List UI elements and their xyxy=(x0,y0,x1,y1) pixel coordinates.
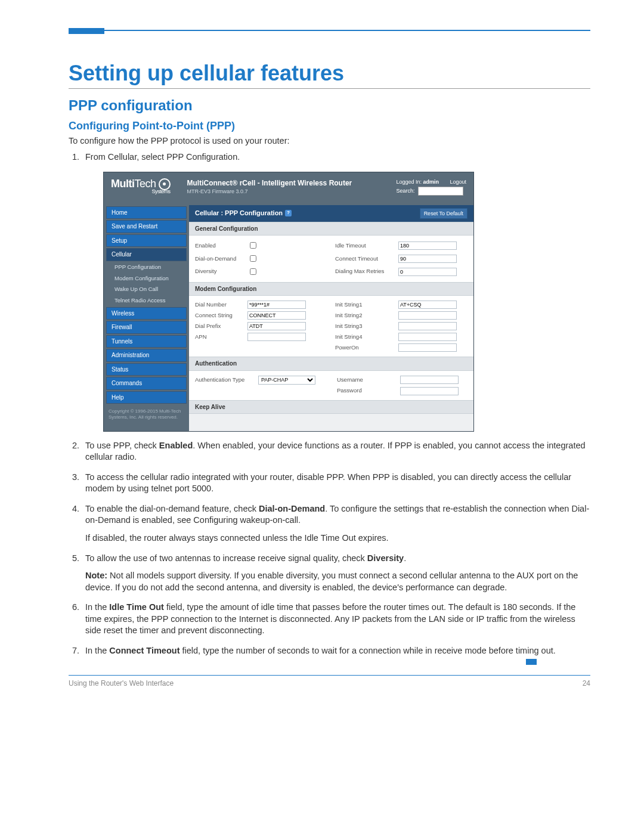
product-title: MultiConnect® rCell - Intelligent Wirele… xyxy=(187,178,352,195)
nav-tunnels[interactable]: Tunnels xyxy=(106,335,187,348)
username-input[interactable] xyxy=(400,376,459,384)
login-block: Logged In: admin Logout Search: xyxy=(396,178,466,196)
heading-2: PPP configuration xyxy=(69,97,590,114)
heading-1: Setting up cellular features xyxy=(69,61,590,89)
section-keepalive: Keep Alive xyxy=(189,400,473,414)
poweron-input[interactable] xyxy=(398,343,457,352)
nav-setup[interactable]: Setup xyxy=(106,234,187,247)
reset-to-default-button[interactable]: Reset To Default xyxy=(420,208,467,219)
label-init4: Init String4 xyxy=(335,333,395,341)
connect-timeout-input[interactable] xyxy=(398,255,457,263)
nav-status[interactable]: Status xyxy=(106,363,187,376)
step-7: In the Connect Timeout field, type the n… xyxy=(82,645,590,657)
nav-administration[interactable]: Administration xyxy=(106,349,187,362)
max-retries-input[interactable] xyxy=(398,268,457,276)
enabled-checkbox[interactable] xyxy=(250,242,256,249)
section-general: General Configuration xyxy=(189,222,473,236)
label-max-retries: Dialing Max Retries xyxy=(335,268,395,275)
section-auth: Authentication xyxy=(189,357,473,371)
step-5: To allow the use of two antennas to incr… xyxy=(82,553,590,594)
nav-wireless[interactable]: Wireless xyxy=(106,307,187,320)
step-3: To access the cellular radio integrated … xyxy=(82,472,590,495)
nav-ppp-config[interactable]: PPP Configuration xyxy=(106,262,187,272)
sidebar: Home Save and Restart Setup Cellular PPP… xyxy=(104,205,189,431)
section-modem: Modem Configuration xyxy=(189,282,473,296)
label-dial-number: Dial Number xyxy=(195,301,244,309)
init3-input[interactable] xyxy=(398,322,457,330)
intro-text: To configure how the PPP protocol is use… xyxy=(69,136,590,145)
label-enabled: Enabled xyxy=(195,242,244,250)
step-1-text: From Cellular, select PPP Configuration. xyxy=(85,152,240,162)
step-4: To enable the dial-on-demand feature, ch… xyxy=(82,503,590,544)
logout-link[interactable]: Logout xyxy=(450,179,466,185)
label-auth-type: Authentication Type xyxy=(195,376,255,384)
apn-input[interactable] xyxy=(247,333,306,341)
footer-left: Using the Router's Web Interface xyxy=(69,679,174,688)
label-username: Username xyxy=(337,376,397,384)
help-icon[interactable]: ? xyxy=(285,210,292,216)
label-init3: Init String3 xyxy=(335,323,395,330)
dial-prefix-input[interactable] xyxy=(247,322,306,330)
dial-number-input[interactable] xyxy=(247,301,306,309)
footer: Using the Router's Web Interface 24 xyxy=(69,675,590,688)
page-number: 24 xyxy=(583,679,590,688)
step-6: In the Idle Time Out field, type the amo… xyxy=(82,602,590,637)
nav-telnet-radio[interactable]: Telnet Radio Access xyxy=(106,296,187,306)
main-panel: Cellular : PPP Configuration ? Reset To … xyxy=(189,205,473,431)
label-password: Password xyxy=(337,387,397,395)
nav-firewall[interactable]: Firewall xyxy=(106,321,187,334)
screenshot-router-ui: MultiTech Systems MultiConnect® rCell - … xyxy=(103,172,474,432)
copyright: Copyright © 1996-2015 Multi-Tech Systems… xyxy=(106,405,187,423)
label-connect-string: Connect String xyxy=(195,312,244,320)
nav-save-restart[interactable]: Save and Restart xyxy=(106,220,187,233)
nav-help[interactable]: Help xyxy=(106,391,187,404)
step-1: From Cellular, select PPP Configuration.… xyxy=(82,151,590,432)
nav-home[interactable]: Home xyxy=(106,206,187,219)
dod-checkbox[interactable] xyxy=(250,255,256,262)
search-input[interactable] xyxy=(418,187,463,196)
heading-3: Configuring Point-to-Point (PPP) xyxy=(69,120,590,132)
step-2: To use PPP, check Enabled. When enabled,… xyxy=(82,440,590,463)
logo: MultiTech Systems xyxy=(111,178,171,194)
init4-input[interactable] xyxy=(398,333,457,341)
label-poweron: PowerOn xyxy=(335,344,395,352)
connect-string-input[interactable] xyxy=(247,311,306,320)
steps-list: From Cellular, select PPP Configuration.… xyxy=(82,151,590,657)
label-dial-prefix: Dial Prefix xyxy=(195,323,244,330)
label-diversity: Diversity xyxy=(195,268,244,275)
footer-marker xyxy=(526,659,537,665)
label-init2: Init String2 xyxy=(335,312,395,320)
nav-modem-config[interactable]: Modem Configuration xyxy=(106,274,187,284)
titlebar: Cellular : PPP Configuration ? Reset To … xyxy=(189,205,473,222)
label-connect-timeout: Connect Timeout xyxy=(335,255,395,263)
label-apn: APN xyxy=(195,333,244,341)
init2-input[interactable] xyxy=(398,311,457,320)
label-init1: Init String1 xyxy=(335,301,395,309)
logo-icon xyxy=(159,178,171,190)
label-dod: Dial-on-Demand xyxy=(195,255,244,263)
init1-input[interactable] xyxy=(398,301,457,309)
idle-timeout-input[interactable] xyxy=(398,241,457,250)
page-top-rule xyxy=(69,30,590,31)
auth-type-select[interactable]: PAP-CHAP xyxy=(258,376,315,385)
password-input[interactable] xyxy=(400,387,459,395)
nav-commands[interactable]: Commands xyxy=(106,377,187,390)
diversity-checkbox[interactable] xyxy=(250,268,256,275)
shot-header: MultiTech Systems MultiConnect® rCell - … xyxy=(104,172,473,205)
nav-wake-on-call[interactable]: Wake Up On Call xyxy=(106,284,187,295)
label-idle-timeout: Idle Timeout xyxy=(335,242,395,250)
nav-cellular[interactable]: Cellular xyxy=(106,248,187,261)
